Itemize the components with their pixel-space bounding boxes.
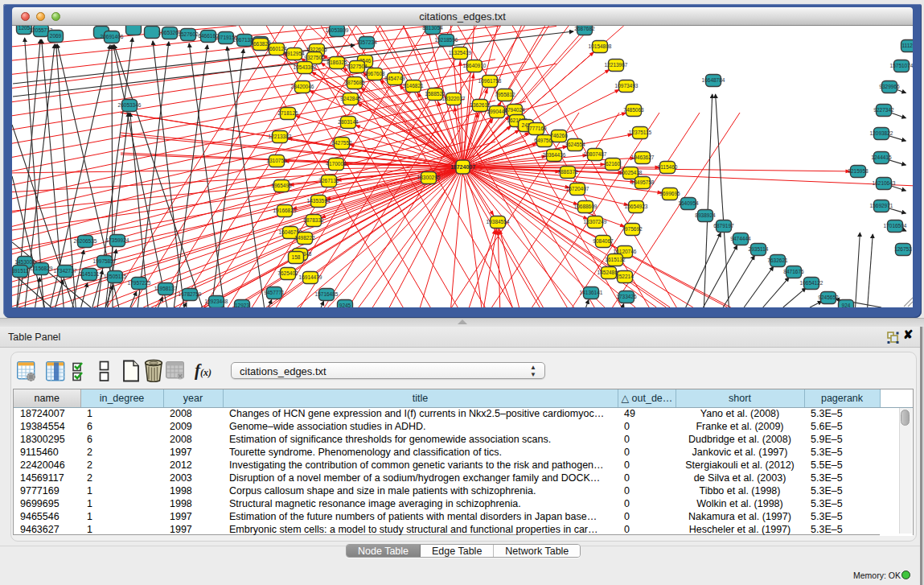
svg-text:13495758: 13495758 xyxy=(631,179,655,185)
svg-text:1362615: 1362615 xyxy=(470,102,491,108)
svg-text:8215958: 8215958 xyxy=(848,168,869,174)
svg-text:10154808: 10154808 xyxy=(589,43,612,49)
svg-text:10543362: 10543362 xyxy=(294,64,317,70)
svg-text:12375115: 12375115 xyxy=(629,130,652,135)
svg-text:20364436: 20364436 xyxy=(543,152,566,158)
svg-text:4170004: 4170004 xyxy=(326,161,347,167)
svg-text:158: 158 xyxy=(292,254,301,260)
svg-text:746266: 746266 xyxy=(550,133,568,138)
svg-text:9699695: 9699695 xyxy=(659,191,680,196)
svg-text:17359924: 17359924 xyxy=(106,237,129,243)
svg-text:18640910: 18640910 xyxy=(463,63,487,68)
svg-text:9245: 9245 xyxy=(339,303,351,307)
svg-text:10961758: 10961758 xyxy=(478,78,502,84)
svg-text:10688609: 10688609 xyxy=(574,204,598,209)
svg-text:16914479: 16914479 xyxy=(299,274,322,280)
svg-text:9242845: 9242845 xyxy=(340,96,361,101)
svg-text:9777169: 9777169 xyxy=(526,126,547,131)
svg-text:17342737: 17342737 xyxy=(54,268,77,274)
svg-text:19975857: 19975857 xyxy=(93,258,117,264)
svg-text:8938924: 8938924 xyxy=(695,212,716,218)
svg-text:1527602: 1527602 xyxy=(178,31,199,37)
svg-text:6879197: 6879197 xyxy=(713,223,734,229)
svg-text:9227342: 9227342 xyxy=(873,107,894,113)
svg-text:252214: 252214 xyxy=(616,274,634,279)
svg-text:23420046: 23420046 xyxy=(291,84,314,89)
svg-text:12213382: 12213382 xyxy=(269,134,292,139)
svg-text:7485063: 7485063 xyxy=(623,107,644,113)
svg-text:3624554: 3624554 xyxy=(565,142,585,147)
svg-text:11325419: 11325419 xyxy=(449,50,472,56)
svg-text:3875685: 3875685 xyxy=(344,80,365,85)
svg-text:6794024: 6794024 xyxy=(504,107,525,113)
svg-text:1615132: 1615132 xyxy=(605,257,626,262)
svg-text:1145131: 1145131 xyxy=(80,271,100,277)
svg-text:15654923: 15654923 xyxy=(625,204,648,209)
svg-text:8912954: 8912954 xyxy=(284,51,305,56)
svg-text:9327505: 9327505 xyxy=(304,55,325,60)
svg-text:26053346: 26053346 xyxy=(118,102,142,108)
svg-text:12213967: 12213967 xyxy=(605,62,628,68)
svg-text:8186325: 8186325 xyxy=(326,60,347,65)
svg-text:15692971: 15692971 xyxy=(870,203,893,208)
svg-text:10025438: 10025438 xyxy=(619,170,643,175)
svg-text:18322037: 18322037 xyxy=(442,96,466,101)
svg-text:19384554: 19384554 xyxy=(487,219,510,225)
svg-text:10654122: 10654122 xyxy=(800,280,823,286)
svg-text:12923448: 12923448 xyxy=(205,299,228,304)
svg-text:15751074: 15751074 xyxy=(890,63,913,68)
svg-text:16782759: 16782759 xyxy=(179,291,202,297)
svg-text:7625402: 7625402 xyxy=(277,270,298,276)
svg-text:12156829: 12156829 xyxy=(30,266,53,271)
svg-text:19166825: 19166825 xyxy=(273,208,297,213)
svg-text:1310753: 1310753 xyxy=(266,158,287,163)
svg-text:391511: 391511 xyxy=(12,268,29,274)
svg-text:8454749: 8454749 xyxy=(384,76,405,81)
svg-text:12093822: 12093822 xyxy=(870,130,893,136)
svg-text:18300295: 18300295 xyxy=(417,175,441,180)
svg-text:5878332: 5878332 xyxy=(303,217,324,223)
svg-text:12923: 12923 xyxy=(235,303,249,307)
svg-text:9329966: 9329966 xyxy=(879,84,900,89)
svg-text:16648784: 16648784 xyxy=(702,77,725,83)
svg-text:126753: 126753 xyxy=(894,246,912,252)
svg-text:7975692: 7975692 xyxy=(622,226,643,232)
svg-text:18307249: 18307249 xyxy=(584,219,607,225)
svg-text:12505115: 12505115 xyxy=(104,274,127,279)
svg-text:7357234: 7357234 xyxy=(356,39,377,45)
svg-text:14136141: 14136141 xyxy=(580,290,603,295)
svg-text:11123: 11123 xyxy=(901,43,913,48)
svg-text:7632621: 7632621 xyxy=(767,257,788,263)
svg-text:1733426: 1733426 xyxy=(616,294,637,299)
svg-text:2069: 2069 xyxy=(50,33,62,39)
svg-text:1965493: 1965493 xyxy=(271,183,292,188)
svg-text:9115460: 9115460 xyxy=(658,164,678,170)
svg-text:20691406: 20691406 xyxy=(101,34,124,39)
svg-text:16210643: 16210643 xyxy=(873,180,896,186)
svg-text:62160: 62160 xyxy=(606,161,620,167)
svg-text:2935114: 2935114 xyxy=(749,246,769,252)
svg-text:15720407: 15720407 xyxy=(566,186,589,192)
svg-text:1640954: 1640954 xyxy=(678,200,699,206)
svg-text:20206535: 20206535 xyxy=(74,238,97,244)
svg-text:17957225: 17957225 xyxy=(128,280,151,286)
svg-text:1205: 1205 xyxy=(18,26,31,31)
svg-text:11958137: 11958137 xyxy=(154,286,178,291)
svg-text:3267130: 3267130 xyxy=(318,178,339,183)
svg-text:2967608: 2967608 xyxy=(364,71,385,76)
svg-text:9084067: 9084067 xyxy=(593,238,614,244)
svg-text:7955812: 7955812 xyxy=(495,92,515,97)
svg-text:7886372: 7886372 xyxy=(557,169,578,175)
svg-text:8471676: 8471676 xyxy=(783,269,804,274)
svg-text:15716485: 15716485 xyxy=(315,291,339,297)
svg-text:19218596: 19218596 xyxy=(435,37,458,43)
svg-text:2718126: 2718126 xyxy=(277,110,298,116)
svg-text:14353594: 14353594 xyxy=(307,198,331,204)
svg-text:16053809: 16053809 xyxy=(326,27,349,33)
svg-text:10973493: 10973493 xyxy=(615,83,639,89)
svg-text:9146821: 9146821 xyxy=(403,83,424,89)
svg-text:18724007: 18724007 xyxy=(450,164,475,170)
svg-text:9457771: 9457771 xyxy=(264,290,285,295)
svg-text:8427552: 8427552 xyxy=(331,140,352,146)
svg-text:9474444: 9474444 xyxy=(730,236,751,241)
